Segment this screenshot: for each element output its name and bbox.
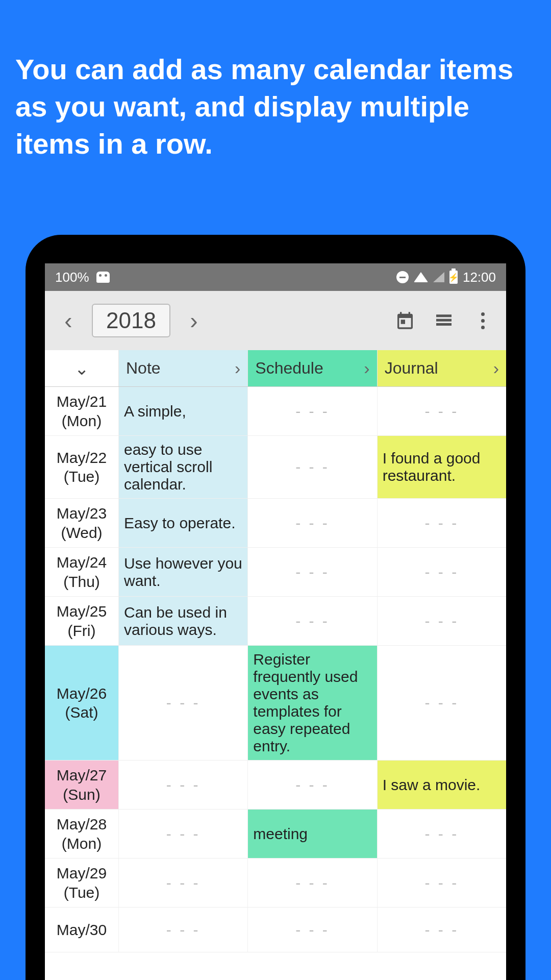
schedule-cell[interactable]: - - - [247,436,377,498]
note-cell[interactable]: Easy to operate. [118,499,247,547]
note-cell[interactable]: Can be used in various ways. [118,597,247,645]
table-row: May/28(Mon)- - -meeting- - - [45,810,506,859]
calendar-today-icon [395,310,415,331]
prev-year-button[interactable]: ‹ [53,305,84,336]
schedule-cell[interactable]: - - - [247,908,377,952]
status-bar: 100% ⚡ 12:00 [45,263,506,291]
table-row: May/27(Sun)- - -- - -I saw a movie. [45,761,506,810]
date-line2: (Tue) [64,467,100,486]
calendar-table[interactable]: May/21(Mon)A simple,- - -- - -May/22(Tue… [45,387,506,952]
promo-text: You can add as many calendar items as yo… [0,0,551,162]
schedule-cell[interactable]: Register frequently used events as templ… [247,646,377,760]
date-line1: May/22 [57,448,107,468]
chevron-right-icon: › [493,358,499,378]
journal-cell[interactable]: - - - [377,908,506,952]
table-row: May/26(Sat)- - -Register frequently used… [45,646,506,761]
schedule-cell[interactable]: - - - [247,597,377,645]
list-view-button[interactable] [429,305,459,336]
year-selector[interactable]: 2018 [92,304,170,337]
android-icon [96,272,110,283]
journal-cell[interactable]: I saw a movie. [377,761,506,809]
toolbar: ‹ 2018 › [45,291,506,350]
date-line1: May/30 [57,920,107,940]
table-row: May/24(Thu)Use however you want.- - -- -… [45,548,506,597]
note-cell[interactable]: - - - [118,646,247,760]
schedule-cell[interactable]: - - - [247,548,377,596]
date-line1: May/23 [57,504,107,523]
more-vert-icon [472,312,493,329]
today-button[interactable] [390,305,420,336]
date-line2: (Sun) [63,785,100,804]
date-line1: May/29 [57,864,107,883]
table-row: May/22(Tue)easy to use vertical scroll c… [45,436,506,499]
schedule-cell[interactable]: meeting [247,810,377,858]
table-row: May/25(Fri)Can be used in various ways.-… [45,597,506,646]
phone-screen: 100% ⚡ 12:00 ‹ 2018 › [45,263,506,980]
schedule-cell[interactable]: - - - [247,387,377,435]
chevron-down-icon: ⌄ [74,358,89,379]
note-cell[interactable]: A simple, [118,387,247,435]
note-cell[interactable]: easy to use vertical scroll calendar. [118,436,247,498]
date-cell[interactable]: May/22(Tue) [45,436,118,498]
date-column-header[interactable]: ⌄ [45,350,118,386]
date-line1: May/25 [57,602,107,621]
schedule-cell[interactable]: - - - [247,499,377,547]
note-cell[interactable]: - - - [118,859,247,907]
date-cell[interactable]: May/29(Tue) [45,859,118,907]
date-line2: (Mon) [62,411,102,431]
journal-column-header[interactable]: Journal › [377,350,506,386]
date-cell[interactable]: May/24(Thu) [45,548,118,596]
date-cell[interactable]: May/27(Sun) [45,761,118,809]
date-line1: May/26 [57,684,107,703]
clock-text: 12:00 [463,270,496,285]
journal-cell[interactable]: - - - [377,387,506,435]
schedule-cell[interactable]: - - - [247,859,377,907]
date-cell[interactable]: May/25(Fri) [45,597,118,645]
schedule-column-header[interactable]: Schedule › [247,350,377,386]
journal-cell[interactable]: - - - [377,859,506,907]
wifi-icon [414,272,428,282]
date-cell[interactable]: May/30 [45,908,118,952]
journal-cell[interactable]: - - - [377,548,506,596]
phone-frame: 100% ⚡ 12:00 ‹ 2018 › [26,235,525,980]
journal-cell[interactable]: - - - [377,499,506,547]
note-cell[interactable]: - - - [118,761,247,809]
date-line2: (Mon) [62,834,102,853]
date-cell[interactable]: May/28(Mon) [45,810,118,858]
note-column-header[interactable]: Note › [118,350,247,386]
journal-cell[interactable]: - - - [377,597,506,645]
table-row: May/21(Mon)A simple,- - -- - - [45,387,506,436]
list-icon [434,310,454,331]
date-line2: (Fri) [68,621,96,641]
journal-cell[interactable]: - - - [377,810,506,858]
note-cell[interactable]: - - - [118,908,247,952]
chevron-right-icon: › [364,358,369,378]
date-cell[interactable]: May/23(Wed) [45,499,118,547]
date-line2: (Wed) [61,523,102,543]
next-year-button[interactable]: › [179,305,209,336]
schedule-header-label: Schedule [255,359,323,378]
note-cell[interactable]: - - - [118,810,247,858]
chevron-left-icon: ‹ [64,307,72,334]
date-line1: May/24 [57,553,107,572]
journal-header-label: Journal [385,359,438,378]
column-headers: ⌄ Note › Schedule › Journal › [45,350,506,387]
date-line2: (Sat) [65,703,98,722]
date-cell[interactable]: May/21(Mon) [45,387,118,435]
journal-cell[interactable]: I found a good restaurant. [377,436,506,498]
table-row: May/29(Tue)- - -- - -- - - [45,859,506,908]
battery-icon: ⚡ [449,271,458,284]
chevron-right-icon: › [235,358,240,378]
table-row: May/23(Wed)Easy to operate.- - -- - - [45,499,506,548]
signal-icon [433,272,444,282]
date-line1: May/27 [57,766,107,785]
overflow-menu-button[interactable] [467,305,498,336]
date-cell[interactable]: May/26(Sat) [45,646,118,760]
journal-cell[interactable]: - - - [377,646,506,760]
battery-percent-text: 100% [55,270,89,285]
do-not-disturb-icon [396,271,409,283]
note-cell[interactable]: Use however you want. [118,548,247,596]
date-line2: (Thu) [63,572,100,592]
schedule-cell[interactable]: - - - [247,761,377,809]
chevron-right-icon: › [190,307,197,334]
